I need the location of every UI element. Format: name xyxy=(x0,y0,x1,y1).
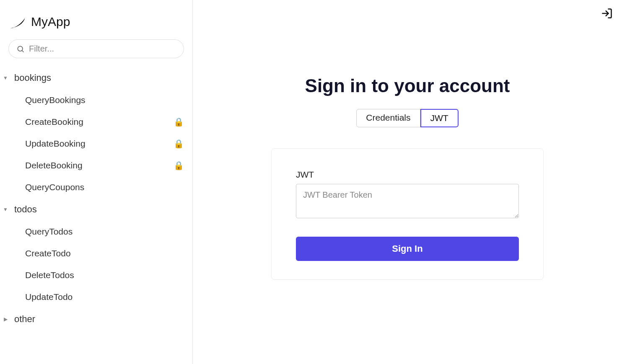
nav-item-updatebooking[interactable]: UpdateBooking🔒 xyxy=(0,133,192,155)
chevron-down-icon xyxy=(3,75,8,81)
nav-item-querycoupons[interactable]: QueryCoupons xyxy=(0,176,192,198)
group-header-todos[interactable]: todos xyxy=(0,198,192,221)
group-header-other[interactable]: other xyxy=(0,308,192,330)
chevron-right-icon xyxy=(3,316,8,322)
search-wrap xyxy=(0,39,192,67)
main-content: Sign in to your account Credentials JWT … xyxy=(193,0,622,364)
nav-item-deletebooking[interactable]: DeleteBooking🔒 xyxy=(0,155,192,176)
nav-item-label: CreateTodo xyxy=(25,248,71,258)
jwt-label: JWT xyxy=(296,170,519,180)
sidebar: MyApp bookingsQueryBookingsCreateBooking… xyxy=(0,0,193,364)
nav-item-createbooking[interactable]: CreateBooking🔒 xyxy=(0,111,192,133)
group-title: todos xyxy=(14,204,37,215)
nav-item-createtodo[interactable]: CreateTodo xyxy=(0,243,192,264)
chevron-down-icon xyxy=(3,207,8,212)
lock-icon: 🔒 xyxy=(174,160,184,170)
nav-tree: bookingsQueryBookingsCreateBooking🔒Updat… xyxy=(0,67,192,330)
nav-item-label: QueryTodos xyxy=(25,227,73,237)
nav-item-label: DeleteTodos xyxy=(25,270,74,280)
filter-search-box[interactable] xyxy=(8,39,184,58)
app-logo-icon xyxy=(8,13,27,31)
nav-item-label: UpdateTodo xyxy=(25,292,73,302)
signin-title: Sign in to your account xyxy=(305,75,510,96)
lock-icon: 🔒 xyxy=(174,139,184,149)
jwt-input[interactable] xyxy=(296,184,519,218)
nav-item-label: DeleteBooking xyxy=(25,160,83,170)
group-header-bookings[interactable]: bookings xyxy=(0,67,192,89)
signin-form-card: JWT Sign In xyxy=(271,148,544,280)
signin-button[interactable]: Sign In xyxy=(296,237,519,261)
tab-jwt[interactable]: JWT xyxy=(420,109,459,127)
group-title: bookings xyxy=(14,72,51,83)
nav-item-updatetodo[interactable]: UpdateTodo xyxy=(0,286,192,308)
filter-input[interactable] xyxy=(29,44,176,54)
search-icon xyxy=(16,45,25,53)
app-logo[interactable]: MyApp xyxy=(0,8,192,39)
nav-item-label: CreateBooking xyxy=(25,117,83,127)
nav-item-querybookings[interactable]: QueryBookings xyxy=(0,89,192,111)
login-icon-button[interactable] xyxy=(601,8,613,21)
nav-item-label: UpdateBooking xyxy=(25,139,86,149)
nav-item-deletetodos[interactable]: DeleteTodos xyxy=(0,264,192,286)
group-title: other xyxy=(14,314,35,325)
nav-item-label: QueryCoupons xyxy=(25,182,84,192)
login-icon xyxy=(601,8,613,19)
svg-point-0 xyxy=(18,46,23,51)
app-name: MyApp xyxy=(31,15,70,29)
auth-tabs: Credentials JWT xyxy=(356,109,458,127)
tab-credentials[interactable]: Credentials xyxy=(356,109,420,127)
nav-item-querytodos[interactable]: QueryTodos xyxy=(0,221,192,243)
nav-item-label: QueryBookings xyxy=(25,95,86,105)
lock-icon: 🔒 xyxy=(174,117,184,127)
svg-line-1 xyxy=(22,50,24,52)
